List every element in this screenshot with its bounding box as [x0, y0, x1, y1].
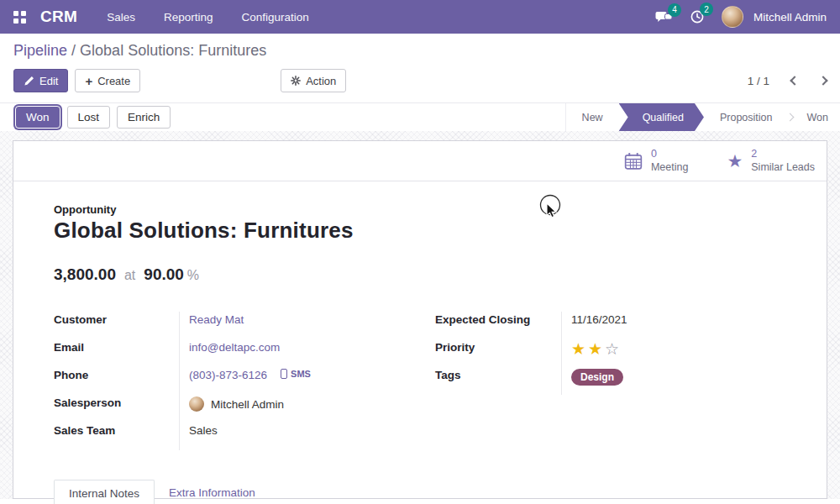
calendar-icon	[624, 152, 643, 171]
gear-icon	[291, 76, 301, 86]
field-row-phone: Phone (803)-873-6126SMS	[54, 367, 435, 395]
field-row-salesperson: Salesperson Mitchell Admin	[54, 395, 435, 423]
sms-button[interactable]: SMS	[281, 369, 311, 379]
field-row-tags: Tags Design	[435, 367, 786, 395]
field-row-customer: Customer Ready Mat	[54, 312, 435, 339]
messages-badge: 4	[668, 3, 681, 17]
field-groups: Customer Ready Mat Email info@deltapc.co…	[54, 312, 786, 450]
stage-qualified[interactable]: Qualified	[619, 103, 704, 131]
nav-menu-configuration[interactable]: Configuration	[242, 11, 309, 24]
email-value-link[interactable]: info@deltapc.com	[189, 341, 280, 354]
breadcrumb-separator: /	[71, 42, 76, 59]
activities-button[interactable]: 2	[690, 9, 705, 24]
notebook-tabs: Internal Notes Extra Information	[13, 480, 827, 504]
tab-extra-information[interactable]: Extra Information	[155, 480, 270, 504]
enrich-button[interactable]: Enrich	[117, 106, 171, 129]
stage-proposition[interactable]: Proposition	[704, 103, 789, 131]
form-sheet: Opportunity Global Solutions: Furnitures…	[13, 181, 827, 504]
at-label: at	[124, 268, 135, 283]
meeting-label: Meeting	[651, 161, 688, 175]
pager-counter: 1 / 1	[748, 75, 769, 87]
statusbar: Won Lost Enrich New Qualified Propositio…	[0, 102, 840, 131]
sales-team-label: Sales Team	[54, 423, 179, 450]
action-button[interactable]: Action	[281, 69, 346, 92]
stage-won[interactable]: Won	[791, 103, 840, 131]
tag-design: Design	[571, 369, 623, 386]
star-filled-icon: ★★	[571, 340, 605, 358]
nav-menu-reporting[interactable]: Reporting	[164, 11, 213, 24]
similar-leads-label: Similar Leads	[751, 161, 815, 175]
stage-bar: New Qualified Proposition Won	[565, 103, 840, 131]
mobile-phone-icon	[281, 369, 287, 379]
plus-icon: +	[85, 75, 92, 87]
stage-new[interactable]: New	[566, 103, 619, 131]
tab-internal-notes[interactable]: Internal Notes	[54, 480, 155, 504]
messages-button[interactable]: 4	[655, 10, 673, 24]
star-icon: ★	[727, 152, 743, 170]
mark-lost-button[interactable]: Lost	[67, 106, 111, 129]
customer-label: Customer	[54, 312, 179, 339]
field-row-sales-team: Sales Team Sales	[54, 423, 435, 450]
tags-label: Tags	[435, 367, 561, 395]
breadcrumb: Pipeline / Global Solutions: Furnitures	[13, 42, 827, 60]
breadcrumb-pipeline-link[interactable]: Pipeline	[13, 42, 67, 59]
percent-sign: %	[187, 268, 199, 283]
revenue-row: 3,800.00 at 90.00 %	[54, 265, 786, 284]
opportunity-title: Global Solutions: Furnitures	[54, 218, 786, 244]
star-empty-icon: ☆	[605, 340, 622, 358]
priority-label: Priority	[435, 339, 561, 367]
pager-previous-icon[interactable]	[790, 76, 799, 85]
priority-stars[interactable]: ★★☆	[571, 340, 622, 358]
control-panel: Pipeline / Global Solutions: Furnitures …	[0, 34, 840, 102]
email-label: Email	[54, 339, 179, 367]
salesperson-label: Salesperson	[54, 395, 179, 423]
field-row-email: Email info@deltapc.com	[54, 339, 435, 367]
customer-value-link[interactable]: Ready Mat	[189, 313, 244, 326]
field-row-expected-closing: Expected Closing 11/16/2021	[435, 312, 786, 339]
nav-menu: Sales Reporting Configuration	[107, 11, 309, 24]
field-row-priority: Priority ★★☆	[435, 339, 786, 367]
create-button[interactable]: + Create	[75, 69, 140, 92]
breadcrumb-current: Global Solutions: Furnitures	[80, 42, 266, 59]
expected-closing-value[interactable]: 11/16/2021	[571, 313, 627, 326]
record-type-label: Opportunity	[54, 203, 786, 216]
user-name[interactable]: Mitchell Admin	[753, 11, 827, 24]
similar-leads-stat-button[interactable]: ★ 2 Similar Leads	[727, 148, 815, 174]
apps-grid-icon[interactable]	[13, 11, 26, 24]
salesperson-value[interactable]: Mitchell Admin	[211, 398, 284, 411]
top-navbar: CRM Sales Reporting Configuration 4 2 Mi…	[0, 0, 840, 34]
sales-team-value[interactable]: Sales	[189, 424, 218, 437]
phone-value-link[interactable]: (803)-873-6126	[189, 369, 267, 381]
opportunity-card: 0 Meeting ★ 2 Similar Leads Opportunity …	[13, 140, 827, 499]
similar-leads-count: 2	[751, 148, 815, 161]
mark-won-button[interactable]: Won	[15, 106, 60, 129]
pencil-icon	[24, 76, 34, 87]
nav-menu-sales[interactable]: Sales	[107, 11, 135, 24]
edit-button[interactable]: Edit	[13, 69, 68, 92]
phone-label: Phone	[54, 367, 179, 395]
meeting-stat-button[interactable]: 0 Meeting	[624, 148, 688, 174]
probability-value: 90.00	[144, 265, 184, 284]
activities-badge: 2	[700, 3, 713, 16]
pager-next-icon[interactable]	[818, 76, 827, 85]
app-brand[interactable]: CRM	[40, 8, 77, 26]
meeting-count: 0	[651, 148, 688, 161]
user-avatar[interactable]	[722, 6, 743, 28]
expected-closing-label: Expected Closing	[435, 312, 561, 339]
stat-button-bar: 0 Meeting ★ 2 Similar Leads	[13, 141, 827, 181]
salesperson-avatar	[189, 396, 204, 412]
expected-revenue: 3,800.00	[54, 265, 116, 284]
form-background: 0 Meeting ★ 2 Similar Leads Opportunity …	[0, 131, 840, 499]
